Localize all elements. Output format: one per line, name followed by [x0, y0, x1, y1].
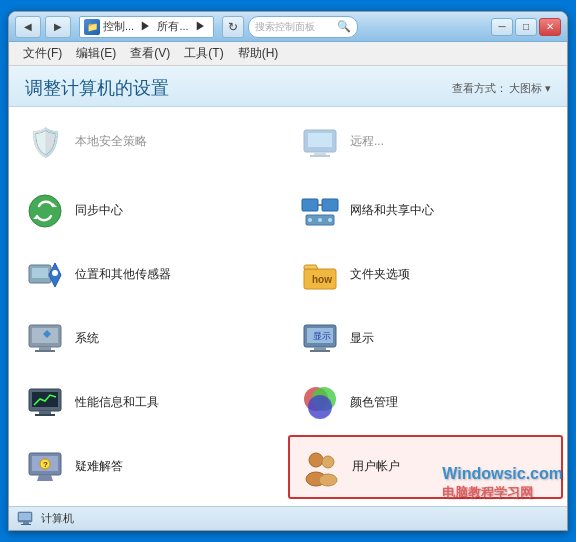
item-label-system: 系统 — [75, 331, 99, 347]
color-icon — [300, 383, 340, 423]
control-item-sync[interactable]: 同步中心 — [13, 179, 288, 243]
svg-rect-26 — [310, 350, 330, 352]
view-mode-label: 查看方式： — [452, 81, 507, 96]
svg-rect-29 — [32, 392, 58, 407]
menu-tools[interactable]: 工具(T) — [178, 43, 229, 64]
svg-point-42 — [319, 474, 337, 486]
forward-button[interactable]: ▶ — [45, 16, 71, 38]
status-computer-icon — [17, 510, 35, 528]
menu-bar: 文件(F) 编辑(E) 查看(V) 工具(T) 帮助(H) — [9, 42, 567, 66]
address-text: 控制... ▶ 所有... ▶ — [103, 19, 206, 34]
refresh-button[interactable]: ↻ — [222, 16, 244, 38]
control-item-mail[interactable]: 邮件 — [13, 499, 288, 506]
svg-rect-59 — [23, 522, 29, 524]
search-icon[interactable]: 🔍 — [337, 20, 351, 33]
control-item-folder[interactable]: how 文件夹选项 — [288, 243, 563, 307]
shield-icon: 🛡️ — [25, 122, 65, 162]
svg-text:how: how — [312, 274, 332, 285]
svg-point-41 — [322, 456, 334, 468]
item-label-perf: 性能信息和工具 — [75, 395, 159, 411]
view-mode-selector[interactable]: 查看方式： 大图标 ▾ — [452, 81, 551, 96]
minimize-button[interactable]: ─ — [491, 18, 513, 36]
main-window: ◀ ▶ 📁 本地... 控制... ▶ 所有... ▶ ↻ 搜索控制面板 🔍 ─… — [8, 11, 568, 531]
location-icon — [25, 255, 65, 295]
svg-point-39 — [309, 453, 323, 467]
svg-rect-58 — [19, 513, 31, 520]
control-panel-grid: 🛡️ 本地安全策略 远程... — [9, 107, 567, 506]
control-item-color[interactable]: 颜色管理 — [288, 371, 563, 435]
title-bar: ◀ ▶ 📁 本地... 控制... ▶ 所有... ▶ ↻ 搜索控制面板 🔍 ─… — [9, 12, 567, 42]
item-label-folder: 文件夹选项 — [350, 267, 410, 283]
close-button[interactable]: ✕ — [539, 18, 561, 36]
control-item-user[interactable]: 用户帐户 — [288, 435, 563, 499]
status-label: 计算机 — [41, 511, 74, 526]
user-icon — [302, 447, 342, 487]
item-label-color: 颜色管理 — [350, 395, 398, 411]
svg-text:显示: 显示 — [313, 331, 331, 341]
address-bar[interactable]: 📁 本地... 控制... ▶ 所有... ▶ — [79, 16, 214, 38]
title-bar-left: ◀ ▶ 📁 本地... 控制... ▶ 所有... ▶ ↻ 搜索控制面板 🔍 — [15, 16, 358, 38]
sync-icon — [25, 191, 65, 231]
item-label-remote: 远程... — [350, 134, 384, 150]
control-item-desktop[interactable]: 桌面小工具 — [288, 499, 563, 506]
item-label-user: 用户帐户 — [352, 459, 400, 475]
svg-rect-60 — [21, 524, 31, 525]
folder-icon: how — [300, 255, 340, 295]
control-item-system[interactable]: 系统 — [13, 307, 288, 371]
svg-point-16 — [52, 270, 58, 276]
control-item-network[interactable]: 网络和共享中心 — [288, 179, 563, 243]
network-icon — [300, 191, 340, 231]
control-item-display[interactable]: 显示 显示 — [288, 307, 563, 371]
svg-rect-22 — [35, 350, 55, 352]
control-item-location[interactable]: 位置和其他传感器 — [13, 243, 288, 307]
content-header: 调整计算机的设置 查看方式： 大图标 ▾ — [9, 66, 567, 107]
svg-text:?: ? — [43, 460, 48, 469]
item-label-shield: 本地安全策略 — [75, 134, 147, 150]
svg-point-12 — [318, 218, 322, 222]
control-item-remote[interactable]: 远程... — [288, 107, 563, 179]
svg-point-11 — [308, 218, 312, 222]
address-icon: 📁 — [84, 19, 100, 35]
maximize-button[interactable]: □ — [515, 18, 537, 36]
system-icon — [25, 319, 65, 359]
control-item-perf[interactable]: 性能信息和工具 — [13, 371, 288, 435]
display-icon: 显示 — [300, 319, 340, 359]
svg-point-34 — [308, 395, 332, 419]
svg-rect-8 — [322, 199, 338, 211]
item-label-trouble: 疑难解答 — [75, 459, 123, 475]
svg-point-4 — [29, 195, 61, 227]
item-label-sync: 同步中心 — [75, 203, 123, 219]
window-controls: ─ □ ✕ — [491, 18, 561, 36]
menu-view[interactable]: 查看(V) — [124, 43, 176, 64]
svg-point-13 — [328, 218, 332, 222]
svg-rect-3 — [310, 155, 330, 157]
item-label-display: 显示 — [350, 331, 374, 347]
search-bar[interactable]: 搜索控制面板 🔍 — [248, 16, 358, 38]
status-bar: 计算机 — [9, 506, 567, 530]
view-mode-value: 大图标 ▾ — [509, 81, 551, 96]
item-label-location: 位置和其他传感器 — [75, 267, 171, 283]
control-item-trouble[interactable]: ? 疑难解答 — [13, 435, 288, 499]
search-placeholder: 搜索控制面板 — [255, 20, 337, 34]
svg-rect-31 — [35, 414, 55, 416]
remote-icon — [300, 122, 340, 162]
svg-rect-7 — [302, 199, 318, 211]
perf-icon — [25, 383, 65, 423]
trouble-icon: ? — [25, 447, 65, 487]
svg-rect-15 — [32, 268, 48, 278]
control-item-shield[interactable]: 🛡️ 本地安全策略 — [13, 107, 288, 179]
page-title: 调整计算机的设置 — [25, 76, 169, 100]
back-button[interactable]: ◀ — [15, 16, 41, 38]
menu-edit[interactable]: 编辑(E) — [70, 43, 122, 64]
content-area: 调整计算机的设置 查看方式： 大图标 ▾ 🛡️ 本地安全策略 — [9, 66, 567, 506]
svg-rect-1 — [308, 133, 332, 147]
item-label-network: 网络和共享中心 — [350, 203, 434, 219]
menu-help[interactable]: 帮助(H) — [232, 43, 285, 64]
menu-file[interactable]: 文件(F) — [17, 43, 68, 64]
